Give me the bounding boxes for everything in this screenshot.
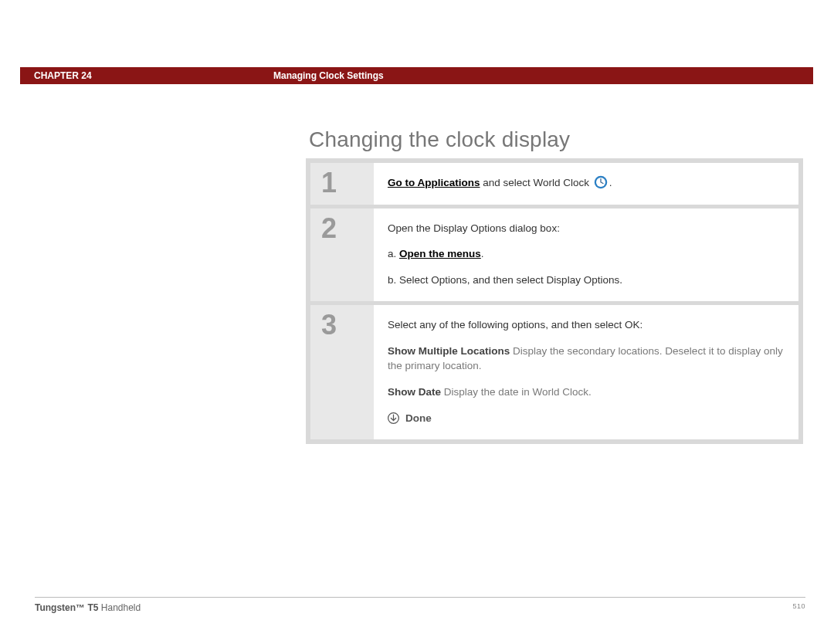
chapter-title: Managing Clock Settings — [244, 70, 384, 81]
step-number: 2 — [310, 208, 374, 302]
step-line: Select any of the following options, and… — [388, 317, 785, 333]
document-page: CHAPTER 24 Managing Clock Settings Chang… — [0, 0, 834, 644]
chapter-label: CHAPTER 24 — [20, 70, 244, 81]
step-line: Show Multiple Locations Display the seco… — [388, 344, 785, 374]
inline-link[interactable]: Go to Applications — [388, 177, 480, 188]
step-line: Open the Display Options dialog box: — [388, 221, 785, 236]
step-number: 3 — [310, 305, 374, 439]
chapter-header-bar: CHAPTER 24 Managing Clock Settings — [20, 67, 813, 84]
option-label: Show Date — [388, 386, 441, 398]
step-body: Select any of the following options, and… — [374, 305, 798, 439]
text-run: a. — [388, 248, 399, 259]
text-run: . — [609, 177, 612, 188]
page-footer: Tungsten™ T5 Handheld 510 — [35, 597, 805, 613]
step-number: 1 — [310, 163, 374, 205]
text-run: Open the Display Options dialog box: — [388, 222, 560, 234]
page-number: 510 — [792, 602, 805, 613]
text-run: Select any of the following options, and… — [388, 319, 642, 330]
step-line: Show Date Display the date in World Cloc… — [388, 385, 785, 400]
steps-container: 1Go to Applications and select World Clo… — [306, 158, 803, 444]
step-1: 1Go to Applications and select World Clo… — [310, 163, 798, 205]
product-name: Tungsten™ T5 Handheld — [35, 602, 141, 613]
world-clock-icon — [594, 175, 608, 189]
step-3: 3Select any of the following options, an… — [310, 305, 798, 439]
done-row: Done — [388, 411, 785, 426]
page-title: Changing the clock display — [309, 127, 570, 152]
step-line: b. Select Options, and then select Displ… — [388, 273, 785, 288]
step-line: Go to Applications and select World Cloc… — [388, 175, 785, 191]
option-label: Show Multiple Locations — [388, 345, 510, 357]
step-body: Open the Display Options dialog box:a. O… — [374, 208, 798, 302]
step-2: 2Open the Display Options dialog box:a. … — [310, 208, 798, 302]
option-description: Display the date in World Clock. — [441, 386, 592, 398]
text-run: b. Select Options, and then select Displ… — [388, 274, 622, 286]
step-line: a. Open the menus. — [388, 246, 785, 262]
done-label: Done — [405, 411, 432, 426]
step-body: Go to Applications and select World Cloc… — [374, 163, 798, 205]
text-run: . — [481, 248, 484, 259]
text-run: and select World Clock — [480, 177, 592, 188]
inline-link[interactable]: Open the menus — [399, 248, 481, 259]
down-arrow-icon — [388, 412, 399, 424]
